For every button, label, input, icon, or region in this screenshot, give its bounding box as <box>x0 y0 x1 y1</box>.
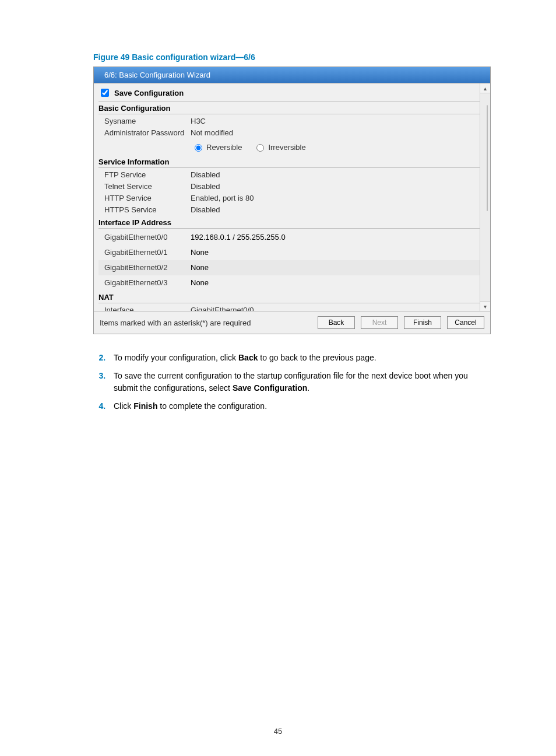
scroll-down-arrow-icon[interactable]: ▾ <box>480 301 490 311</box>
section-basic-configuration: Basic Configuration <box>98 103 485 114</box>
finish-button[interactable]: Finish <box>404 316 441 329</box>
row-ge03: GigabitEthernet0/3 None <box>98 275 485 290</box>
scroll-thumb[interactable] <box>487 105 488 211</box>
label-nat-interface: Interface <box>104 305 191 311</box>
section-service-information: Service Information <box>98 156 485 168</box>
row-telnet-service: Telnet Service Disabled <box>98 181 485 192</box>
row-ftp-service: FTP Service Disabled <box>98 169 485 181</box>
value-ftp: Disabled <box>191 170 220 180</box>
row-ge02: GigabitEthernet0/2 None <box>98 260 485 275</box>
radio-irreversible[interactable] <box>256 144 264 152</box>
value-ge03: None <box>191 277 209 289</box>
label-ge02: GigabitEthernet0/2 <box>104 262 191 274</box>
label-ftp: FTP Service <box>104 170 191 180</box>
label-https: HTTPS Service <box>104 205 191 215</box>
value-ge00: 192.168.0.1 / 255.255.255.0 <box>191 232 286 243</box>
label-sysname: Sysname <box>104 116 191 127</box>
row-sysname: Sysname H3C <box>98 116 485 127</box>
section-interface-ip: Interface IP Address <box>98 217 485 229</box>
wizard-scroll-area: Save Configuration Basic Configuration S… <box>94 83 490 311</box>
step-3: To save the current configuration to the… <box>108 370 489 394</box>
scroll-up-arrow-icon[interactable]: ▴ <box>480 83 490 93</box>
value-sysname: H3C <box>191 116 206 127</box>
figure-title: Figure 49 Basic configuration wizard—6/6 <box>93 52 489 62</box>
step-4-text-a: Click <box>114 401 133 411</box>
step-2: To modify your configuration, click Back… <box>108 352 489 364</box>
section-nat: NAT <box>98 292 485 303</box>
row-ge01: GigabitEthernet0/1 None <box>98 245 485 260</box>
cancel-button[interactable]: Cancel <box>447 316 484 329</box>
save-configuration-checkbox[interactable] <box>101 89 109 97</box>
value-ge01: None <box>191 247 209 258</box>
row-ge00: GigabitEthernet0/0 192.168.0.1 / 255.255… <box>98 230 485 245</box>
row-https-service: HTTPS Service Disabled <box>98 204 485 216</box>
step-3-text-c: . <box>307 383 309 393</box>
save-configuration-row: Save Configuration <box>98 86 485 102</box>
save-configuration-label: Save Configuration <box>114 89 184 97</box>
required-note: Items marked with an asterisk(*) are req… <box>100 318 251 327</box>
value-nat-interface: GigabitEthernet0/0 <box>191 305 254 311</box>
step-2-bold: Back <box>238 353 258 362</box>
step-4: Click Finish to complete the configurati… <box>108 400 489 412</box>
label-telnet: Telnet Service <box>104 181 191 192</box>
label-ge03: GigabitEthernet0/3 <box>104 277 191 289</box>
value-ge02: None <box>191 262 209 274</box>
vertical-scrollbar[interactable]: ▴ ▾ <box>480 83 490 311</box>
step-4-text-c: to complete the configuration. <box>157 401 267 411</box>
label-http: HTTP Service <box>104 193 191 204</box>
step-4-bold: Finish <box>133 401 157 411</box>
row-nat-interface: Interface GigabitEthernet0/0 <box>98 304 485 311</box>
value-telnet: Disabled <box>191 181 220 192</box>
next-button: Next <box>361 316 398 329</box>
label-admin-password: Administrator Password <box>104 128 191 138</box>
instruction-list: To modify your configuration, click Back… <box>93 352 489 412</box>
step-3-bold: Save Configuration <box>233 383 307 393</box>
row-admin-password: Administrator Password Not modified <box>98 127 485 139</box>
row-http-service: HTTP Service Enabled, port is 80 <box>98 192 485 204</box>
radio-reversible-label: Reversible <box>206 143 242 152</box>
back-button[interactable]: Back <box>318 316 355 329</box>
step-2-text-a: To modify your configuration, click <box>114 353 238 362</box>
password-mode-radios: Reversible Irreversible <box>98 139 485 155</box>
wizard-footer: Items marked with an asterisk(*) are req… <box>94 311 490 334</box>
value-admin-password: Not modified <box>191 128 233 138</box>
wizard-title-bar: 6/6: Basic Configuration Wizard <box>94 67 490 83</box>
label-ge00: GigabitEthernet0/0 <box>104 232 191 243</box>
step-2-text-c: to go back to the previous page. <box>258 353 376 362</box>
wizard-panel: 6/6: Basic Configuration Wizard Save Con… <box>93 66 491 334</box>
radio-reversible[interactable] <box>195 144 202 152</box>
value-http: Enabled, port is 80 <box>191 193 254 204</box>
label-ge01: GigabitEthernet0/1 <box>104 247 191 258</box>
page-number: 45 <box>0 727 556 736</box>
radio-irreversible-label: Irreversible <box>268 143 305 152</box>
value-https: Disabled <box>191 205 220 215</box>
